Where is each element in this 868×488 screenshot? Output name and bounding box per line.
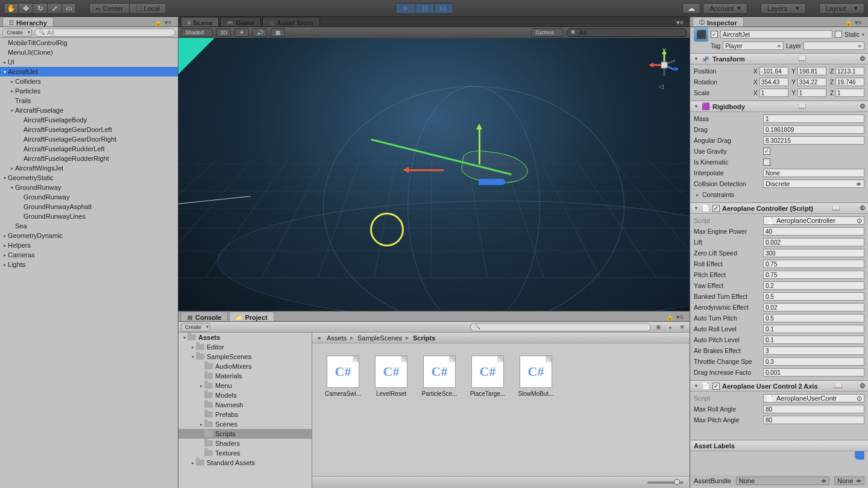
asset-item[interactable]: C#CameraSwi... <box>324 355 362 397</box>
breadcrumb-item[interactable]: Assets <box>327 334 347 342</box>
hierarchy-item[interactable]: AircraftFuselageRudderRight <box>0 154 178 163</box>
gear-icon[interactable]: ⚙ <box>860 382 866 390</box>
back-icon[interactable]: ◂ <box>317 334 321 342</box>
project-tree-item[interactable]: ▾SampleScenes <box>178 352 312 361</box>
breadcrumb-item[interactable]: SampleScenes <box>357 334 402 342</box>
hierarchy-item[interactable]: Sea <box>0 221 178 231</box>
prop-field[interactable] <box>763 260 864 268</box>
hierarchy-item[interactable]: MenuUI(Clone) <box>0 48 178 57</box>
interpolate-dropdown[interactable]: None <box>763 169 864 177</box>
project-tree-item[interactable]: AudioMixers <box>178 361 312 371</box>
gameobject-active-toggle[interactable]: ✓ <box>711 31 718 38</box>
help-icon[interactable]: 📖 <box>834 382 843 390</box>
project-tree-item[interactable]: Shaders <box>178 439 312 448</box>
rotate-tool-button[interactable]: ↻ <box>33 3 47 14</box>
help-icon[interactable]: 📖 <box>798 102 807 110</box>
scene-menu-icon[interactable]: ▾≡ <box>676 19 687 27</box>
tag-dropdown[interactable]: Player <box>723 42 784 50</box>
orientation-gizmo[interactable]: y <box>646 44 682 86</box>
move-tool-button[interactable]: ✥ <box>18 3 33 14</box>
layer-dropdown[interactable] <box>804 42 864 50</box>
expand-icon[interactable]: ▾ <box>693 56 699 61</box>
console-tab[interactable]: ▤Console <box>181 311 228 321</box>
asset-store-tab[interactable]: 🛍Asset Store <box>262 17 320 27</box>
prop-field[interactable] <box>763 303 864 311</box>
lighting-toggle[interactable]: ☀ <box>234 28 249 37</box>
scl-z-field[interactable] <box>835 89 864 97</box>
script-ref-field[interactable]: 📄AeroplaneController⊙ <box>763 216 864 225</box>
kinematic-toggle[interactable] <box>763 158 770 166</box>
cloud-button[interactable]: ☁ <box>682 3 700 14</box>
audio-toggle[interactable]: 🔊 <box>253 28 267 37</box>
hierarchy-item[interactable]: ▸AircraftWingsJet <box>0 163 178 173</box>
hierarchy-item[interactable]: ▾AircraftFuselage <box>0 105 178 115</box>
rot-z-field[interactable] <box>835 78 864 86</box>
account-dropdown[interactable]: Account ▾ <box>703 3 747 14</box>
gear-icon[interactable]: ⚙ <box>860 102 866 110</box>
hierarchy-item[interactable]: GroundRunway <box>0 192 178 202</box>
asset-item[interactable]: C#SlowMoBut... <box>517 355 555 397</box>
project-tree-item[interactable]: Materials <box>178 371 312 381</box>
project-tree-item[interactable]: ▾Assets <box>178 333 312 342</box>
project-tree-item[interactable]: ▸Scenes <box>178 419 312 429</box>
max-pitch-field[interactable] <box>763 416 864 424</box>
project-menu-icon[interactable]: 🔒 ▾≡ <box>666 313 687 321</box>
hierarchy-item[interactable]: ▸Colliders <box>0 77 178 86</box>
aero-header[interactable]: ▾ 📄 ✓ Aeroplane Controller (Script) 📖 ⚙ <box>690 203 868 214</box>
thumbnail-size-slider[interactable] <box>647 481 684 484</box>
expand-icon[interactable]: ▾ <box>693 383 699 389</box>
gravity-toggle[interactable]: ✓ <box>763 148 770 155</box>
hierarchy-item[interactable]: Trails <box>0 96 178 105</box>
layers-dropdown[interactable]: Layers ▾ <box>761 3 806 14</box>
project-search[interactable] <box>470 323 651 331</box>
tag-icon[interactable] <box>855 451 864 460</box>
2d-toggle[interactable]: 2D <box>216 28 231 37</box>
scene-tab[interactable]: #Scene <box>181 17 219 27</box>
layout-dropdown[interactable]: Layout ▾ <box>819 3 864 14</box>
prop-field[interactable] <box>763 281 864 290</box>
expand-icon[interactable]: ▾ <box>693 104 699 109</box>
scl-y-field[interactable] <box>797 89 826 97</box>
gameobject-name-field[interactable]: AircraftJet <box>720 30 832 39</box>
rot-y-field[interactable] <box>797 78 826 86</box>
rigidbody-header[interactable]: ▾ 🟪 Rigidbody 📖 ⚙ <box>690 101 868 112</box>
save-search-icon[interactable]: ★ <box>677 324 687 330</box>
prop-field[interactable] <box>763 292 864 301</box>
scl-x-field[interactable] <box>760 89 788 97</box>
asset-item[interactable]: C#PlaceTarge... <box>469 355 506 397</box>
static-dropdown-icon[interactable]: ▾ <box>862 32 864 37</box>
gizmo-axis-z[interactable] <box>479 179 505 185</box>
project-tree-item[interactable]: ▸Menu <box>178 381 312 390</box>
game-tab[interactable]: 🎮Game <box>220 17 261 27</box>
transform-header[interactable]: ▾ Transform 📖 ⚙ <box>690 54 868 64</box>
project-tree-item[interactable]: Prefabs <box>178 410 312 419</box>
project-asset-grid[interactable]: C#CameraSwi...C#LevelResetC#ParticleSce.… <box>312 343 690 476</box>
drag-field[interactable] <box>763 125 864 134</box>
prop-field[interactable] <box>763 271 864 279</box>
project-breadcrumb[interactable]: ◂ Assets▸ SampleScenes▸ Scripts <box>312 333 690 343</box>
prop-field[interactable] <box>763 227 864 236</box>
scale-tool-button[interactable]: ⤢ <box>47 3 61 14</box>
project-create-dropdown[interactable]: Create <box>181 323 210 331</box>
script-ref-field[interactable]: 📄AeroplaneUserContr⊙ <box>763 394 864 402</box>
project-tree[interactable]: ▾Assets▸Editor▾SampleScenesAudioMixersMa… <box>178 333 312 488</box>
rect-tool-button[interactable]: ▭ <box>61 3 76 14</box>
gizmo-axis-x[interactable] <box>407 169 444 171</box>
hierarchy-tab[interactable]: ☷Hierarchy <box>2 17 54 27</box>
scene-viewport[interactable]: y ◁Persp <box>178 38 690 311</box>
help-icon[interactable]: 📖 <box>798 55 807 63</box>
filter-by-type-icon[interactable]: ⬥ <box>666 324 675 330</box>
hierarchy-item[interactable]: ▸UI <box>0 57 178 67</box>
shading-dropdown[interactable]: Shaded <box>181 28 213 37</box>
user-control-header[interactable]: ▾ 📄 ✓ Aeroplane User Control 2 Axis 📖 ⚙ <box>690 381 868 392</box>
play-button[interactable] <box>395 3 415 14</box>
ang-drag-field[interactable] <box>763 136 864 145</box>
scene-search[interactable]: All <box>567 28 687 37</box>
hierarchy-item[interactable]: AircraftFuselageBody <box>0 115 178 125</box>
uc-enabled-toggle[interactable]: ✓ <box>712 383 720 390</box>
pos-z-field[interactable] <box>835 67 864 75</box>
project-tree-item[interactable]: Navmesh <box>178 400 312 410</box>
pos-y-field[interactable] <box>797 67 826 75</box>
gizmo-axis-y[interactable] <box>479 128 480 164</box>
hierarchy-item[interactable]: ▾GroundRunway <box>0 183 178 192</box>
